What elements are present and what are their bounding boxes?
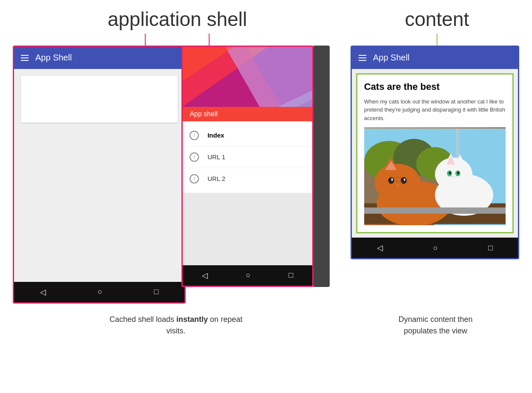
svg-rect-31 xyxy=(364,207,506,214)
drawer-item-index[interactable]: i Index xyxy=(183,125,312,146)
phone2-bottom-space xyxy=(183,193,312,265)
article-body: When my cats look out the window at anot… xyxy=(364,98,506,123)
home-button-3[interactable]: ○ xyxy=(433,244,438,252)
phone1-content xyxy=(14,69,184,282)
phone3-navbar: ◁ ○ □ xyxy=(352,238,518,258)
phone2-outer: App shell i Index i URL 1 i xyxy=(181,46,338,287)
phone1-appbar: App Shell xyxy=(14,47,184,69)
recents-button-3[interactable]: □ xyxy=(488,244,493,252)
phone1-wrapper: App Shell ◁ ○ □ xyxy=(13,46,186,304)
phone3-appbar: App Shell xyxy=(352,47,518,69)
phone3-frame: App Shell Cats are the best When my cats… xyxy=(351,46,519,260)
hamburger-icon xyxy=(21,55,29,61)
svg-point-19 xyxy=(391,178,393,181)
phone2-header-image: App shell xyxy=(183,47,312,121)
caption-left-area: Cached shell loads instantly on repeat v… xyxy=(13,308,339,337)
phone1-content-card xyxy=(21,76,178,123)
drawer-item-url2[interactable]: i URL 2 xyxy=(183,168,312,189)
back-button[interactable]: ◁ xyxy=(40,287,46,297)
caption-right-line1: Dynamic content then xyxy=(399,315,473,324)
content-label: content xyxy=(405,9,469,30)
phone2-drawer-menu: i Index i URL 1 i URL 2 xyxy=(183,121,312,193)
info-icon-index: i xyxy=(190,131,199,140)
svg-point-14 xyxy=(374,164,420,201)
phone3-title: App Shell xyxy=(373,53,410,63)
phone2-body: App shell i Index i URL 1 i xyxy=(183,47,312,286)
caption-right-area: Dynamic content then populates the view xyxy=(352,308,519,337)
phone1-frame: App Shell ◁ ○ □ xyxy=(13,46,186,304)
caption-right: Dynamic content then populates the view xyxy=(399,314,473,337)
app-shell-overlay-label: App shell xyxy=(183,107,312,121)
info-icon-url2: i xyxy=(190,174,199,184)
content-connector-line xyxy=(437,34,437,46)
back-button-3[interactable]: ◁ xyxy=(377,243,383,252)
phone3-content-area: Cats are the best When my cats look out … xyxy=(352,69,518,238)
drawer-item-index-label: Index xyxy=(207,132,224,139)
drawer-item-url1[interactable]: i URL 1 xyxy=(183,146,312,168)
cat-image xyxy=(364,127,506,225)
back-button-2[interactable]: ◁ xyxy=(202,271,208,280)
phone3-article: Cats are the best When my cats look out … xyxy=(356,73,514,234)
phone1-navbar: ◁ ○ □ xyxy=(14,282,184,302)
phone2-dark-sidebar xyxy=(313,46,330,287)
phone3-wrapper: App Shell Cats are the best When my cats… xyxy=(351,46,519,260)
phone2-wrapper: App shell i Index i URL 1 i xyxy=(181,46,338,287)
home-button-2[interactable]: ○ xyxy=(246,271,250,280)
phone3-body: App Shell Cats are the best When my cats… xyxy=(352,47,518,258)
caption-right-line2: populates the view xyxy=(404,327,467,335)
phone2-navbar: ◁ ○ □ xyxy=(183,265,312,286)
left-arrow-connector xyxy=(145,34,146,46)
hamburger-icon-3 xyxy=(359,55,366,61)
caption-left-prefix: Cached shell loads xyxy=(109,315,174,324)
application-shell-label: application shell xyxy=(108,9,247,30)
phone2-frame: App shell i Index i URL 1 i xyxy=(181,46,313,287)
home-button[interactable]: ○ xyxy=(98,287,102,296)
drawer-item-url2-label: URL 2 xyxy=(207,175,225,182)
article-title: Cats are the best xyxy=(364,81,506,92)
drawer-item-url1-label: URL 1 xyxy=(207,153,225,161)
phone1-title: App Shell xyxy=(35,53,72,63)
caption-left-bold: instantly xyxy=(176,315,208,324)
svg-point-30 xyxy=(457,172,459,174)
caption-left: Cached shell loads instantly on repeat v… xyxy=(99,314,253,337)
recents-button[interactable]: □ xyxy=(154,287,159,296)
phone1-body: App Shell ◁ ○ □ xyxy=(14,47,184,302)
info-icon-url1: i xyxy=(190,152,199,162)
right-arrow-connector xyxy=(209,34,210,46)
recents-button-2[interactable]: □ xyxy=(289,271,293,280)
svg-point-29 xyxy=(449,172,451,174)
